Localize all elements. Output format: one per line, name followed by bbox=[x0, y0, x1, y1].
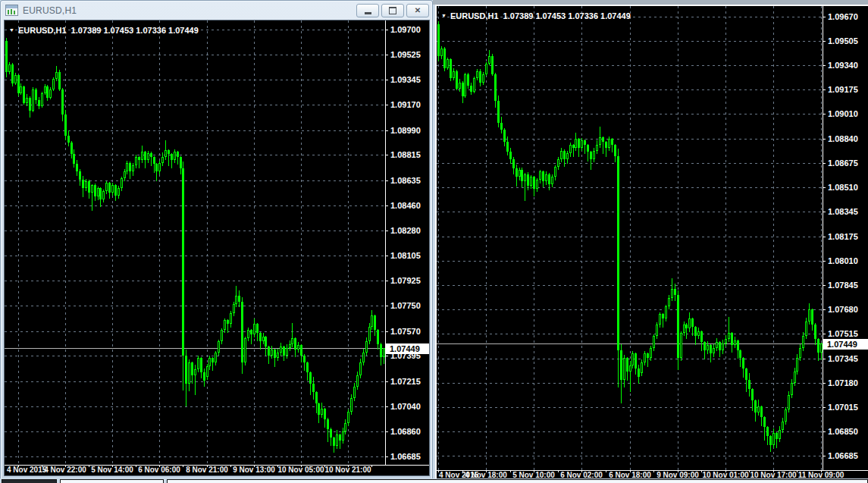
window-titlebar[interactable]: EURUSD,H1 ✕ bbox=[3, 2, 430, 18]
price-axis-label: 1.08635 bbox=[390, 176, 421, 185]
price-axis-label: 1.08510 bbox=[828, 183, 858, 192]
chart-frame-right: ▼EURUSD,H1 1.07389 1.07453 1.07336 1.074… bbox=[435, 5, 868, 481]
price-axis-label: 1.09175 bbox=[828, 85, 858, 94]
chart-tab-bar bbox=[0, 478, 868, 483]
current-price-box: 1.07449 bbox=[823, 339, 868, 350]
price-axis-label: 1.07515 bbox=[828, 329, 858, 338]
price-axis-label: 1.07750 bbox=[390, 301, 421, 310]
price-axis-label: 1.08675 bbox=[828, 158, 858, 168]
price-axis-label: 1.09340 bbox=[828, 61, 858, 70]
price-axis-label: 1.08175 bbox=[828, 232, 858, 241]
price-axis-label: 1.09345 bbox=[390, 75, 421, 84]
price-axis-label: 1.09170 bbox=[390, 100, 421, 109]
chevron-down-icon: ▼ bbox=[9, 27, 14, 33]
price-axis-label: 1.06860 bbox=[390, 427, 421, 436]
time-axis-label: 6 Nov 06:00 bbox=[138, 466, 180, 475]
time-axis-label: 9 Nov 13:00 bbox=[233, 466, 275, 475]
mt4-workspace: EURUSD,H1 ✕ ▼EURUSD,H1 1.07389 1.07453 1… bbox=[0, 0, 868, 483]
price-axis-label: 1.08815 bbox=[390, 150, 421, 159]
price-axis-label: 1.06685 bbox=[828, 451, 858, 460]
candlestick-plot bbox=[5, 20, 429, 475]
restore-icon bbox=[389, 7, 396, 14]
ohlc-legend: ▼EURUSD,H1 1.07389 1.07453 1.07336 1.074… bbox=[9, 26, 199, 35]
chart-area-left[interactable]: ▼EURUSD,H1 1.07389 1.07453 1.07336 1.074… bbox=[5, 20, 429, 475]
price-axis-label: 1.07215 bbox=[390, 377, 421, 386]
axis-separators bbox=[437, 6, 868, 472]
price-axis-label: 1.08345 bbox=[828, 207, 858, 216]
price-axis-label: 1.07570 bbox=[390, 327, 421, 336]
price-axis-label: 1.07345 bbox=[828, 354, 858, 363]
ohlc-legend-text: EURUSD,H1 1.07389 1.07453 1.07336 1.0744… bbox=[450, 11, 631, 20]
time-axis-label: 8 Nov 21:00 bbox=[186, 466, 228, 475]
restore-button[interactable] bbox=[381, 4, 404, 17]
time-axis-label: 4 Nov 2015 bbox=[7, 466, 46, 475]
chart-frame-left: ▼EURUSD,H1 1.07389 1.07453 1.07336 1.074… bbox=[4, 20, 430, 476]
chart-window-icon bbox=[5, 5, 18, 16]
price-axis-label: 1.07180 bbox=[828, 378, 858, 387]
grid-layer bbox=[5, 20, 385, 465]
ohlc-legend-text: EURUSD,H1 1.07389 1.07453 1.07336 1.0744… bbox=[18, 26, 199, 35]
candlestick-plot bbox=[437, 6, 868, 481]
price-axis-label: 1.08105 bbox=[390, 251, 421, 260]
price-axis-label: 1.07680 bbox=[828, 305, 858, 314]
price-axis-label: 1.08460 bbox=[390, 201, 421, 210]
window-controls: ✕ bbox=[356, 4, 429, 17]
minimize-button[interactable] bbox=[356, 4, 379, 17]
close-icon: ✕ bbox=[415, 7, 421, 14]
price-axis-label: 1.09700 bbox=[390, 25, 421, 34]
eurusd-h1-window-right: ▼EURUSD,H1 1.07389 1.07453 1.07336 1.074… bbox=[433, 0, 868, 483]
candles-layer bbox=[5, 38, 385, 453]
chart-tab[interactable] bbox=[2, 479, 57, 483]
chart-area-right[interactable]: ▼EURUSD,H1 1.07389 1.07453 1.07336 1.074… bbox=[437, 6, 868, 481]
window-title: EURUSD,H1 bbox=[23, 5, 77, 16]
chart-tab[interactable] bbox=[167, 479, 868, 483]
time-axis-label: 10 Nov 21:00 bbox=[324, 466, 371, 475]
time-axis-label: 10 Nov 05:00 bbox=[277, 466, 324, 475]
eurusd-h1-window: EURUSD,H1 ✕ ▼EURUSD,H1 1.07389 1.07453 1… bbox=[0, 0, 433, 480]
price-axis-label: 1.07925 bbox=[390, 276, 421, 285]
axis-separators bbox=[5, 20, 429, 467]
price-axis-label: 1.08280 bbox=[390, 226, 421, 235]
current-price-box: 1.07449 bbox=[386, 343, 429, 354]
chevron-down-icon: ▼ bbox=[441, 13, 447, 18]
price-axis-label: 1.08010 bbox=[828, 256, 858, 265]
price-axis-label: 1.06850 bbox=[828, 427, 858, 436]
price-axis-label: 1.09505 bbox=[828, 36, 858, 45]
price-axis-label: 1.07845 bbox=[828, 281, 858, 290]
time-axis-label: 4 Nov 22:00 bbox=[44, 466, 86, 475]
price-axis-label: 1.08990 bbox=[390, 126, 421, 135]
price-axis-label: 1.08840 bbox=[828, 134, 858, 143]
price-axis-label: 1.09525 bbox=[390, 50, 421, 59]
price-axis-label: 1.06685 bbox=[390, 452, 421, 461]
price-axis-label: 1.09670 bbox=[828, 12, 858, 21]
ohlc-legend: ▼EURUSD,H1 1.07389 1.07453 1.07336 1.074… bbox=[441, 11, 631, 20]
minimize-icon bbox=[365, 12, 371, 14]
price-axis-label: 1.07040 bbox=[390, 402, 421, 411]
price-axis-label: 1.07015 bbox=[828, 403, 858, 412]
price-axis-label: 1.09010 bbox=[828, 109, 858, 118]
time-axis-label: 5 Nov 14:00 bbox=[91, 466, 133, 475]
chart-tab[interactable] bbox=[60, 479, 164, 483]
close-button[interactable]: ✕ bbox=[406, 4, 429, 17]
